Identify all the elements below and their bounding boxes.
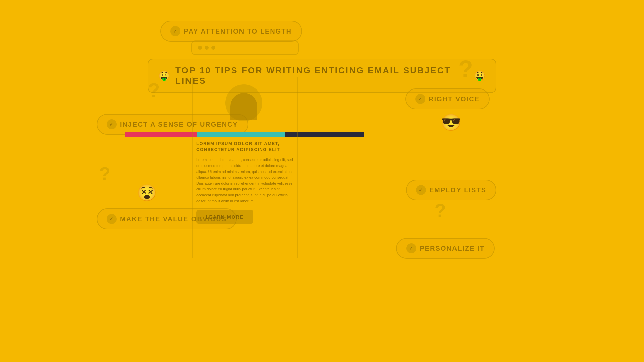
title-bar: 🤑 Top 10 Tips For Writing Enticing Email… [148, 59, 496, 93]
check-icon-pay-attention: ✓ [170, 26, 180, 36]
check-icon-make-value: ✓ [107, 214, 117, 224]
dizzy-emoji: 😵 [137, 185, 157, 201]
progress-seg-pink [125, 132, 197, 137]
card-heading: Lorem ipsum dolor sit amet, consectetur … [196, 141, 293, 153]
card-left-border [192, 77, 193, 258]
browser-dot-1 [198, 46, 202, 50]
card-right-border [297, 77, 298, 258]
tip-right-voice[interactable]: ✓ Right Voice [405, 88, 490, 109]
card-body: Lorem ipsum dolor sit amet, consectetur … [196, 157, 293, 204]
cool-emoji: 😎 [441, 115, 461, 131]
check-icon-right-voice: ✓ [415, 94, 425, 104]
browser-dot-3 [211, 46, 215, 50]
browser-dots [198, 46, 292, 50]
check-icon-employ-lists: ✓ [416, 185, 426, 195]
browser-mock [191, 40, 299, 55]
title-emoji-left: 🤑 [158, 70, 170, 81]
question-mark-mid-right-bottom: ? [435, 201, 446, 220]
card-content: Lorem ipsum dolor sit amet, consectetur … [196, 141, 293, 224]
progress-seg-teal [197, 132, 285, 137]
learn-more-button[interactable]: Learn More [196, 210, 253, 224]
browser-dot-2 [205, 46, 209, 50]
main-title: Top 10 Tips For Writing Enticing Email S… [175, 65, 469, 86]
question-mark-mid-left: ? [99, 164, 110, 183]
tip-personalize[interactable]: ✓ Personalize It [396, 238, 495, 259]
progress-bar [125, 132, 364, 137]
tip-inject-urgency[interactable]: ✓ Inject A Sense Of Urgency [97, 114, 248, 135]
title-emoji-right: 🤑 [474, 70, 486, 81]
check-icon-inject-urgency: ✓ [107, 119, 117, 129]
avatar-circle [225, 84, 262, 121]
progress-seg-dark [285, 132, 364, 137]
tip-employ-lists[interactable]: ✓ Employ Lists [406, 180, 496, 200]
avatar-shape [230, 93, 257, 120]
check-icon-personalize: ✓ [406, 243, 416, 253]
tip-pay-attention[interactable]: ✓ Pay Attention To Length [160, 21, 302, 42]
